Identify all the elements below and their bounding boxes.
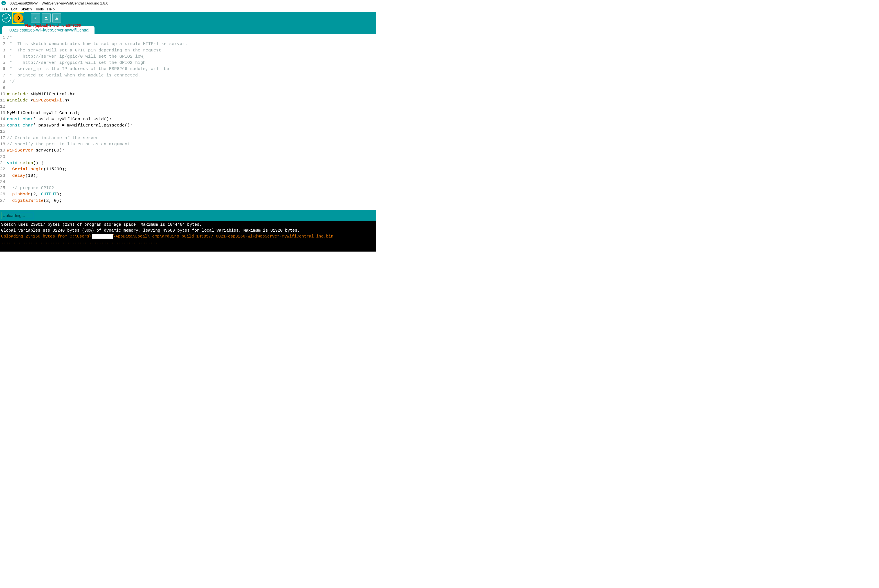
arduino-icon: ∞ <box>2 1 6 5</box>
sketch-tab[interactable]: _0021-esp8266-WiFiWebServer-myWifiCentra… <box>2 26 95 34</box>
console-line: Sketch uses 230017 bytes (22%) of progra… <box>1 222 202 227</box>
annotation-label: Flash (upload) Sketch to ESP8266 <box>25 23 81 27</box>
sketch-tab-label: _0021-esp8266-WiFiWebServer-myWifiCentra… <box>7 28 89 32</box>
title-bar: ∞ _0021-esp8266-WiFiWebServer-myWifiCent… <box>0 0 376 6</box>
menu-help[interactable]: Help <box>46 7 56 12</box>
upload-button[interactable] <box>14 13 23 23</box>
console-line: Global variables use 32240 bytes (39%) o… <box>1 228 300 233</box>
toolbar <box>0 12 376 24</box>
code-content[interactable]: /* * This sketch demonstrates how to set… <box>6 34 188 210</box>
window-title: _0021-esp8266-WiFiWebServer-myWifiCentra… <box>8 1 108 5</box>
arrow-down-icon <box>54 15 59 21</box>
menu-tools[interactable]: Tools <box>34 7 45 12</box>
console-line-upload: Uploading 234160 bytes from C:\Users\\Ap… <box>1 234 333 238</box>
output-console[interactable]: Sketch uses 230017 bytes (22%) of progra… <box>0 220 376 252</box>
console-progress-dots: ........................................… <box>1 240 158 244</box>
menu-edit[interactable]: Edit <box>10 7 18 12</box>
status-text: Uploading... <box>1 212 33 219</box>
menu-sketch[interactable]: Sketch <box>20 7 33 12</box>
svg-rect-0 <box>34 16 37 20</box>
arrow-up-icon <box>44 15 49 21</box>
file-icon <box>33 15 38 21</box>
checkmark-icon <box>4 15 9 21</box>
new-sketch-button[interactable] <box>31 14 40 22</box>
upload-button-highlight <box>12 12 24 24</box>
menu-bar: File Edit Sketch Tools Help <box>0 6 376 12</box>
redacted-username <box>92 234 113 238</box>
arrow-right-icon <box>15 15 21 21</box>
status-bar: Uploading... <box>0 210 376 220</box>
menu-file[interactable]: File <box>0 7 9 12</box>
verify-button[interactable] <box>2 14 11 22</box>
save-sketch-button[interactable] <box>52 14 61 22</box>
tab-strip: _0021-esp8266-WiFiWebServer-myWifiCentra… <box>0 24 376 34</box>
line-gutter: 1234567891011121314151617181920212223242… <box>0 34 6 210</box>
open-sketch-button[interactable] <box>42 14 51 22</box>
code-editor[interactable]: 1234567891011121314151617181920212223242… <box>0 34 376 210</box>
